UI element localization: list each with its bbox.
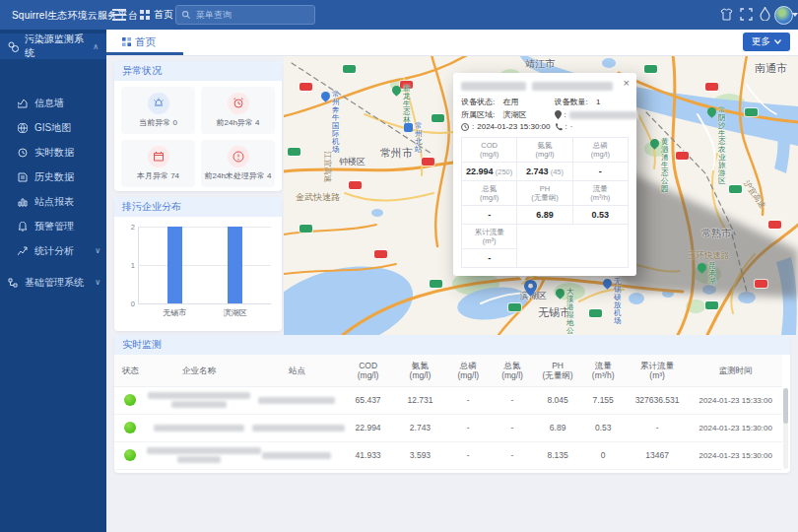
- y-tick-label: 0: [123, 299, 135, 308]
- status-dot-online: [124, 394, 136, 406]
- metric-value-流量: 0.53: [572, 206, 628, 225]
- map-poi-airport[interactable]: 常州奔牛国际机场: [321, 91, 340, 154]
- cell-value: 65.437: [342, 395, 394, 405]
- cell-company-blurred: [147, 423, 252, 433]
- sidebar-item-pollution-system[interactable]: 污染源监测系统 ∧: [0, 33, 106, 59]
- table-row-0[interactable]: 65.43712.731--8.0457.155327636.5312024-0…: [114, 386, 782, 415]
- sidebar-item-0[interactable]: 信息墙: [0, 91, 106, 115]
- road-shield: [768, 221, 781, 229]
- alert-card-2[interactable]: 本月异常 74: [121, 140, 195, 187]
- device-status: 设备状态: 在用: [461, 97, 551, 107]
- stats-analysis-icon: [18, 246, 28, 256]
- popup-title-blurred: [461, 82, 629, 91]
- active-tab-indicator: [106, 52, 183, 55]
- road-shield: [374, 250, 387, 258]
- metric-value-氨氮: 2.743 (45): [517, 163, 572, 181]
- metric-value-总氮: -: [462, 206, 517, 225]
- hamburger-menu-icon[interactable]: [112, 9, 126, 21]
- map-poi-park[interactable]: 昆承湖: [698, 262, 716, 286]
- cell-station-blurred: [252, 423, 343, 433]
- more-button-label: 更多: [752, 35, 770, 48]
- cell-value: -: [491, 450, 535, 460]
- road-shield: [349, 181, 362, 189]
- map-poi-park[interactable]: 新龙生态林: [392, 85, 411, 124]
- map-city-label: 钟楼区: [339, 156, 366, 168]
- scrollbar-thumb[interactable]: [783, 388, 788, 424]
- siren-icon-wrap: [148, 93, 169, 114]
- metric-empty: [572, 249, 628, 268]
- column-header-COD: COD(mg/l): [342, 361, 394, 380]
- cell-value: -: [626, 423, 690, 432]
- map-poi-airport[interactable]: 无锡硕放机场: [603, 278, 622, 325]
- road-shield: [299, 83, 312, 91]
- table-row-1[interactable]: 22.9942.743--6.890.53-2024-01-23 15:30:0…: [114, 414, 782, 442]
- table-scrollbar[interactable]: [783, 388, 788, 469]
- sidebar-parent-label: 污染源监测系统: [25, 33, 87, 60]
- home-tab-icon: [122, 37, 131, 46]
- sidebar-item-7[interactable]: 基础管理系统∨: [0, 270, 106, 295]
- alert-card-3[interactable]: 前24h未处理异常 4: [201, 140, 275, 187]
- search-input[interactable]: [194, 9, 297, 21]
- table-row-2[interactable]: 41.9333.593--8.1350134672024-01-23 15:30…: [114, 441, 782, 470]
- device-address: :: [555, 109, 638, 120]
- poi-label: 常阴沙生态农业旅游区: [718, 106, 726, 185]
- column-header-站点: 站点: [252, 366, 343, 375]
- theme-icon[interactable]: [720, 8, 733, 21]
- site-report-icon: [18, 197, 28, 207]
- sidebar-item-3[interactable]: 历史数据: [0, 165, 106, 189]
- tab-home[interactable]: 首页: [116, 30, 162, 54]
- park-marker-icon: [554, 287, 566, 299]
- sidebar-item-2[interactable]: 实时数据: [0, 140, 106, 165]
- park-marker-icon: [648, 137, 661, 150]
- sidebar-item-1[interactable]: GIS地图: [0, 115, 106, 140]
- poi-label: 黄泗浦生态公园: [661, 138, 669, 193]
- map-city-label: 常熟市: [701, 227, 731, 240]
- flame-icon[interactable]: [760, 7, 770, 21]
- caret-down-icon[interactable]: [792, 13, 798, 17]
- cell-value: 0.53: [581, 423, 626, 432]
- fullscreen-icon[interactable]: [740, 8, 753, 21]
- sidebar-item-6[interactable]: 统计分析∨: [0, 238, 106, 263]
- sidebar-item-5[interactable]: 预警管理: [0, 214, 106, 238]
- menu-search[interactable]: [175, 5, 315, 25]
- avatar[interactable]: [774, 6, 793, 25]
- poi-label: 昆承湖: [708, 262, 716, 286]
- clock-icon: [461, 123, 469, 131]
- cell-value: 8.045: [534, 395, 580, 405]
- column-header-企业名称: 企业名称: [147, 366, 252, 375]
- popup-info: 设备状态: 在用 设备数量: 1 所属区域: 滨湖区 : :2024-01-23…: [461, 97, 629, 131]
- road-shield: [755, 280, 767, 288]
- gridline: [139, 265, 271, 266]
- metric-header-流量: 流量(m³/h): [572, 181, 628, 206]
- cell-company-blurred: [147, 390, 252, 410]
- map-poi-park[interactable]: 大溪港湿地公园: [556, 288, 574, 335]
- cell-value: 22.994: [342, 423, 394, 432]
- map-poi-park[interactable]: 常阴沙生态农业旅游区: [707, 106, 726, 185]
- park-marker-icon: [705, 105, 718, 118]
- column-header-氨氮: 氨氮(mg/l): [394, 361, 446, 380]
- alert-card-0[interactable]: 当前异常 0: [121, 87, 195, 134]
- metric-header-COD: COD(mg/l): [462, 138, 517, 163]
- realtime-monitor-panel: 实时监测 状态企业名称站点COD(mg/l)氨氮(mg/l)总磷(mg/l)总氮…: [114, 335, 790, 473]
- map-poi-station[interactable]: 常州北站: [404, 122, 423, 154]
- bar-滨湖区[interactable]: [228, 227, 242, 303]
- sidebar-item-4[interactable]: 站点报表: [0, 189, 106, 214]
- map-poi-park[interactable]: 黄泗浦生态公园: [650, 138, 669, 193]
- table-header-row: 状态企业名称站点COD(mg/l)氨氮(mg/l)总磷(mg/l)总氮(mg/l…: [114, 355, 782, 387]
- pin-icon: [555, 110, 562, 119]
- bar-无锡市[interactable]: [167, 227, 182, 303]
- column-header-状态: 状态: [114, 366, 147, 375]
- sidebar-item-label: 信息墙: [34, 97, 100, 110]
- alerts-panel: 异常状况 当前异常 0前24h异常 4本月异常 74前24h未处理异常 4: [114, 61, 282, 191]
- topbar-home-nav[interactable]: 首页: [140, 8, 173, 22]
- park-marker-icon: [390, 84, 403, 97]
- device-region: 所属区域: 滨湖区: [461, 109, 551, 120]
- y-tick-label: 2: [123, 223, 135, 232]
- info-wall-icon: [18, 99, 28, 108]
- close-icon[interactable]: ×: [624, 77, 630, 89]
- road-shield: [508, 303, 521, 311]
- more-button[interactable]: 更多: [743, 33, 790, 51]
- sidebar-item-label: 统计分析: [34, 244, 88, 258]
- road-shield: [729, 185, 742, 193]
- alert-card-1[interactable]: 前24h异常 4: [201, 87, 275, 134]
